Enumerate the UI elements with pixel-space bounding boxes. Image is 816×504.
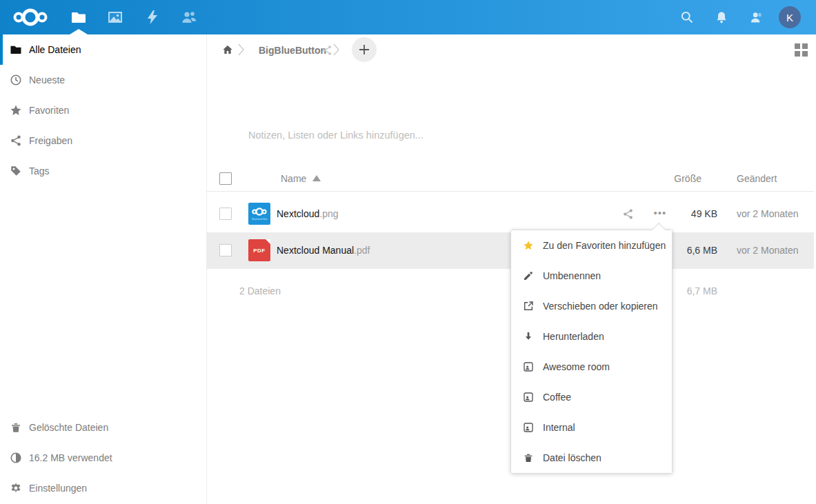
star-icon xyxy=(523,240,534,251)
menu-item-add-to-favorites[interactable]: Zu den Favoriten hinzufügen xyxy=(511,230,672,261)
download-icon xyxy=(523,331,534,342)
sidebar-item-label: Favoriten xyxy=(29,105,69,116)
pdf-badge: PDF xyxy=(253,248,266,254)
file-name[interactable]: Nextcloud Manual.pdf xyxy=(277,245,370,256)
sidebar-item-label: Tags xyxy=(29,165,50,177)
menu-item-label: Awesome room xyxy=(543,361,610,372)
row-checkbox[interactable] xyxy=(219,208,232,220)
sidebar-item-label: Freigaben xyxy=(29,135,72,146)
grid-view-toggle-icon[interactable] xyxy=(795,43,808,57)
files-sidebar: Alle Dateien Neueste Favoriten Freigaben… xyxy=(0,34,207,504)
share-icon xyxy=(10,134,22,147)
menu-item-delete-file[interactable]: Datei löschen xyxy=(511,443,672,473)
column-header-modified[interactable]: Geändert xyxy=(737,173,777,184)
folder-icon xyxy=(10,43,22,56)
file-count: 2 Dateien xyxy=(239,285,281,296)
notifications-bell-icon[interactable] xyxy=(715,10,731,27)
activity-app-icon[interactable] xyxy=(144,9,161,26)
nextcloud-image-thumbnail[interactable]: Nextcloud Hub xyxy=(248,203,270,225)
move-or-copy-icon xyxy=(523,301,534,312)
sidebar-item-recent[interactable]: Neueste xyxy=(0,65,206,95)
trash-icon xyxy=(523,452,534,463)
gear-icon xyxy=(10,482,22,494)
sidebar-item-label: Neueste xyxy=(29,74,65,85)
menu-item-label: Zu den Favoriten hinzufügen xyxy=(543,240,666,251)
sidebar-item-label: Gelöschte Dateien xyxy=(29,422,108,433)
chevron-right-icon xyxy=(238,43,244,57)
sidebar-item-label: Einstellungen xyxy=(29,483,87,494)
menu-item-label: Herunterladen xyxy=(543,331,604,342)
select-all-checkbox[interactable] xyxy=(219,172,232,185)
room-icon xyxy=(523,422,534,433)
menu-item-label: Verschieben oder kopieren xyxy=(543,301,658,312)
notes-input[interactable]: Notizen, Listen oder Links hinzufügen... xyxy=(248,130,424,141)
share-icon[interactable] xyxy=(622,208,634,220)
breadcrumb: BigBlueButton xyxy=(207,37,816,62)
menu-item-label: Internal xyxy=(543,422,575,433)
file-size: 49 KB xyxy=(648,208,717,219)
pencil-icon xyxy=(523,270,534,281)
user-avatar[interactable]: K xyxy=(779,6,801,28)
contacts-menu-icon[interactable] xyxy=(749,10,766,27)
trash-icon xyxy=(10,421,22,434)
active-app-indicator xyxy=(70,29,88,34)
table-row[interactable]: Nextcloud Hub Nextcloud.png ••• 49 KB vo… xyxy=(207,196,814,232)
new-file-button[interactable] xyxy=(352,37,377,62)
sidebar-item-favorites[interactable]: Favoriten xyxy=(0,95,206,125)
nextcloud-logo-icon[interactable] xyxy=(12,6,48,29)
tag-icon xyxy=(10,165,22,177)
pdf-fold-corner xyxy=(266,239,270,244)
menu-item-download[interactable]: Herunterladen xyxy=(511,321,672,352)
file-modified: vor 2 Monaten xyxy=(737,245,799,256)
svg-text:Nextcloud Hub: Nextcloud Hub xyxy=(252,218,267,221)
menu-item-room-awesome-room[interactable]: Awesome room xyxy=(511,352,672,382)
sidebar-item-quota[interactable]: 16.2 MB verwendet xyxy=(0,443,206,473)
file-modified: vor 2 Monaten xyxy=(737,208,799,219)
file-list-header: Name Größe Geändert xyxy=(207,166,814,192)
sidebar-item-label: 16.2 MB verwendet xyxy=(29,452,112,463)
sidebar-item-tags[interactable]: Tags xyxy=(0,156,206,186)
star-icon xyxy=(10,104,22,117)
menu-item-room-internal[interactable]: Internal xyxy=(511,412,672,443)
menu-item-move-or-copy[interactable]: Verschieben oder kopieren xyxy=(511,291,672,321)
breadcrumb-folder[interactable]: BigBlueButton xyxy=(259,45,326,56)
top-header-bar: K xyxy=(0,0,816,34)
pdf-file-icon[interactable]: PDF xyxy=(248,239,270,261)
menu-item-rename[interactable]: Umbenennen xyxy=(511,261,672,291)
home-icon[interactable] xyxy=(222,44,233,55)
file-extension: .pdf xyxy=(354,245,370,256)
room-icon xyxy=(523,392,534,403)
sort-ascending-icon xyxy=(312,175,321,181)
file-extension: .png xyxy=(319,208,338,219)
search-icon[interactable] xyxy=(680,10,697,27)
clock-icon xyxy=(10,74,22,86)
menu-item-label: Umbenennen xyxy=(543,270,601,281)
room-icon xyxy=(523,361,534,372)
quota-pie-icon xyxy=(10,452,22,464)
photos-app-icon[interactable] xyxy=(107,9,123,26)
menu-item-room-coffee[interactable]: Coffee xyxy=(511,382,672,412)
chevron-right-icon xyxy=(333,43,339,57)
share-folder-icon[interactable] xyxy=(321,45,332,56)
sidebar-item-label: Alle Dateien xyxy=(29,44,81,55)
column-header-size[interactable]: Größe xyxy=(648,173,717,184)
row-checkbox[interactable] xyxy=(219,244,232,256)
sidebar-item-all-files[interactable]: Alle Dateien xyxy=(0,34,206,65)
sidebar-item-settings[interactable]: Einstellungen xyxy=(0,473,206,503)
file-name[interactable]: Nextcloud.png xyxy=(277,208,339,219)
menu-item-label: Datei löschen xyxy=(543,452,601,463)
sidebar-item-deleted-files[interactable]: Gelöschte Dateien xyxy=(0,412,206,443)
menu-item-label: Coffee xyxy=(543,392,571,403)
sidebar-item-shares[interactable]: Freigaben xyxy=(0,125,206,156)
column-header-name[interactable]: Name xyxy=(281,173,306,184)
contacts-app-icon[interactable] xyxy=(181,9,197,26)
file-actions-context-menu: Zu den Favoriten hinzufügen Umbenennen V… xyxy=(510,230,673,474)
files-app-icon[interactable] xyxy=(70,9,87,26)
